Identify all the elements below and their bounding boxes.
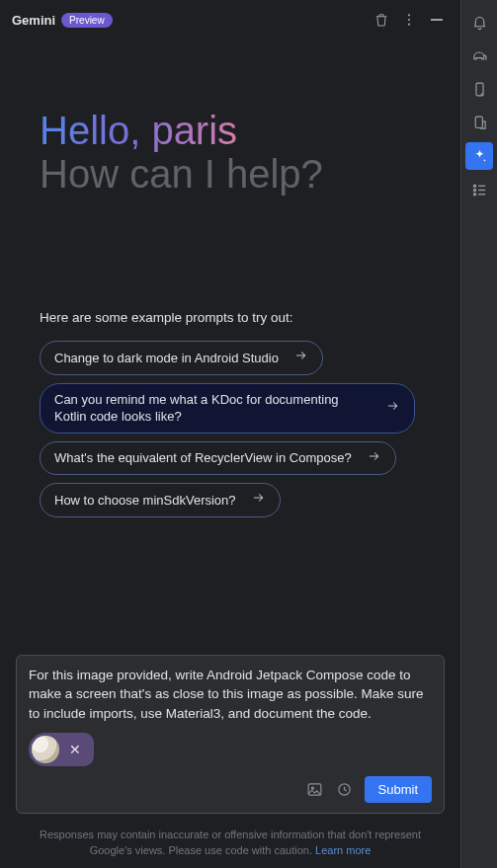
arrow-right-icon [250, 491, 266, 510]
submit-button[interactable]: Submit [365, 776, 432, 803]
prompt-input-box[interactable]: For this image provided, write Android J… [16, 655, 445, 815]
more-options-icon[interactable] [397, 8, 421, 32]
gemini-sparkle-icon[interactable] [465, 142, 493, 170]
header-bar: Gemini Preview [0, 0, 460, 39]
chip-label: What's the equivalent of RecyclerView in… [54, 449, 352, 467]
svg-point-4 [311, 787, 313, 789]
arrow-right-icon [384, 399, 400, 418]
svg-point-0 [408, 14, 410, 16]
close-icon[interactable]: ✕ [65, 740, 85, 759]
task-list-icon[interactable] [465, 176, 493, 203]
arrow-right-icon [292, 349, 308, 367]
content-area: Hello, paris How can I help? Here are so… [0, 39, 460, 655]
example-prompt-chip[interactable]: What's the equivalent of RecyclerView in… [40, 441, 396, 476]
greeting-block: Hello, paris How can I help? [40, 109, 421, 196]
learn-more-link[interactable]: Learn more [315, 844, 371, 856]
svg-point-2 [408, 24, 410, 26]
greeting-help: How can I help? [40, 152, 421, 196]
chip-label: How to choose minSdkVersion? [54, 492, 236, 510]
right-tool-rail [461, 0, 497, 868]
image-attachment-chip[interactable]: ✕ [29, 733, 94, 766]
greeting-hello: Hello, paris [40, 109, 237, 152]
example-prompt-chip[interactable]: How to choose minSdkVersion? [40, 483, 281, 517]
example-prompts-list: Change to dark mode in Android Studio Ca… [40, 341, 421, 517]
app-title: Gemini [12, 13, 55, 28]
chip-label: Can you remind me what a KDoc for docume… [54, 391, 371, 426]
device-manager-icon[interactable] [465, 75, 493, 103]
add-image-icon[interactable] [305, 780, 325, 800]
svg-point-9 [473, 189, 475, 191]
svg-point-1 [408, 19, 410, 21]
gemini-main-panel: Gemini Preview Hello, paris How can I he… [0, 0, 461, 868]
example-prompt-chip[interactable]: Change to dark mode in Android Studio [40, 341, 323, 375]
svg-rect-7 [475, 117, 482, 127]
elephant-icon[interactable] [465, 41, 493, 69]
notifications-icon[interactable] [465, 8, 493, 36]
chip-label: Change to dark mode in Android Studio [54, 350, 279, 367]
trash-icon[interactable] [370, 8, 393, 32]
svg-point-8 [473, 185, 475, 187]
minimize-button[interactable] [425, 19, 449, 21]
example-prompt-chip[interactable]: Can you remind me what a KDoc for docume… [40, 383, 415, 434]
examples-intro-text: Here are some example prompts to try out… [40, 310, 421, 325]
attachment-thumbnail [32, 736, 59, 763]
prompt-text[interactable]: For this image provided, write Android J… [29, 666, 432, 724]
svg-point-10 [473, 193, 475, 195]
svg-rect-6 [475, 83, 482, 96]
attachment-row: ✕ [29, 733, 432, 766]
history-icon[interactable] [335, 780, 355, 800]
input-footer: Submit [29, 776, 432, 803]
preview-badge: Preview [61, 13, 113, 28]
disclaimer-text: Responses may contain inaccurate or offe… [0, 822, 460, 868]
running-devices-icon[interactable] [465, 109, 493, 136]
arrow-right-icon [366, 449, 381, 468]
